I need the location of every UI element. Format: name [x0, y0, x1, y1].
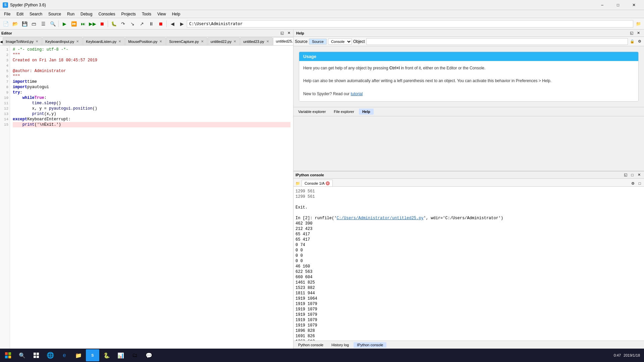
tab-file-explorer[interactable]: File explorer [330, 109, 358, 115]
taskbar-spyder[interactable]: S [86, 349, 99, 361]
console-select[interactable]: Console [328, 39, 352, 45]
browse-path-button[interactable]: 📁 [634, 19, 643, 28]
open-file-button[interactable]: 📂 [11, 19, 19, 28]
usage-content: Here you can get help of any object by p… [299, 61, 638, 101]
save-file-button[interactable]: 💾 [20, 19, 29, 28]
toolbar: 📄 📂 💾 🗃 ☰ 🔍 ▶ ⏩ ⏭ ▶▶ ⏹ 🐛 ↷ ↘ ↗ ⏸ ⏹ ◀ ▶ 📁 [0, 18, 644, 29]
tab-imagetoword-close[interactable]: ✕ [35, 40, 39, 44]
tab-history-log[interactable]: History log [328, 342, 352, 348]
help-header-controls: ◱ ✕ [629, 30, 641, 36]
console-options-button[interactable]: ⚙ [630, 180, 636, 186]
help-options-button[interactable]: ⚙ [637, 39, 643, 45]
tab-untitled23-close[interactable]: ✕ [266, 40, 270, 44]
help-header: Help ◱ ✕ [293, 29, 644, 37]
line-numbers: 1 2 3 4 5 6 7 8 9 10 11 12 13 14 15 [0, 46, 10, 349]
code-content[interactable]: # -*- coding: utf-8 -*- """ Created on F… [10, 46, 293, 349]
step-into-button[interactable]: ↘ [128, 19, 137, 28]
menu-projects[interactable]: Projects [119, 11, 139, 17]
tab-keyboardinput[interactable]: KeyboardInput.py ✕ [42, 37, 83, 45]
tab-untitled22-close[interactable]: ✕ [233, 40, 237, 44]
tab-keyboardlisten-close[interactable]: ✕ [118, 40, 122, 44]
menu-tools[interactable]: Tools [139, 11, 154, 17]
save-all-button[interactable]: 🗃 [30, 19, 38, 28]
menu-help[interactable]: Help [169, 11, 183, 17]
taskbar-app4[interactable]: 💬 [142, 349, 156, 361]
menu-file[interactable]: File [1, 11, 13, 17]
run-button[interactable]: ▶ [60, 19, 69, 28]
forward-button[interactable]: ▶ [177, 19, 186, 28]
stop-button[interactable]: ⏹ [98, 19, 106, 28]
console-close-header-button[interactable]: ✕ [636, 172, 642, 178]
browse-tabs-button[interactable]: ☰ [39, 19, 48, 28]
tab-screencapture-close[interactable]: ✕ [200, 40, 204, 44]
tab-python-console[interactable]: Python console [295, 342, 327, 348]
help-undock-button[interactable]: ◱ [629, 30, 635, 36]
maximize-button[interactable]: □ [610, 0, 626, 10]
svg-rect-1 [8, 352, 11, 355]
console-browse-button[interactable]: 📁 [295, 180, 301, 186]
help-lock-button[interactable]: 🔒 [629, 39, 635, 45]
console-tab-close[interactable]: ✕ [326, 181, 330, 185]
menu-search[interactable]: Search [27, 11, 45, 17]
editor-header-controls: ◱ ✕ [279, 30, 292, 36]
taskbar-task-view[interactable] [30, 349, 43, 361]
console-output[interactable]: 1299 561 1299 561 Exit. In [2]: runfile(… [293, 187, 644, 341]
menu-source[interactable]: Source [46, 11, 64, 17]
tab-keyboardlisten[interactable]: KeyboardListen.py ✕ [83, 37, 125, 45]
object-input[interactable] [366, 38, 628, 45]
source-button[interactable]: Source [309, 39, 327, 45]
tab-untitled23[interactable]: untitled23.py ✕ [240, 37, 272, 45]
menu-debug[interactable]: Debug [78, 11, 95, 17]
back-button[interactable]: ◀ [168, 19, 177, 28]
run-selection-button[interactable]: ▶▶ [88, 19, 97, 28]
taskbar-search[interactable]: 🔍 [15, 349, 29, 361]
usage-tutorial-link[interactable]: New to Spyder? Read our tutorial [303, 91, 634, 97]
editor-close-button[interactable]: ✕ [286, 30, 292, 36]
run-cell-button[interactable]: ⏩ [69, 19, 78, 28]
taskbar-folder[interactable]: 📁 [72, 349, 85, 361]
tab-help[interactable]: Help [359, 109, 374, 115]
taskbar-ie[interactable]: e [58, 349, 71, 361]
panel-tabs-bar: Variable explorer File explorer Help [293, 107, 644, 116]
tab-ipython-console[interactable]: IPython console [354, 342, 386, 348]
tab-imagetoword[interactable]: ImageToWord.py ✕ [3, 37, 42, 45]
code-line-6: """ [13, 74, 290, 79]
taskbar-edge[interactable]: 🌐 [44, 349, 57, 361]
run-cell-next-button[interactable]: ⏭ [79, 19, 88, 28]
console-line-11: 0 74 [296, 242, 642, 248]
menu-run[interactable]: Run [64, 11, 77, 17]
tab-prev-button[interactable]: ◀ [0, 38, 3, 45]
tab-screencapture[interactable]: ScreenCapture.py ✕ [166, 37, 207, 45]
tab-keyboardinput-close[interactable]: ✕ [75, 40, 79, 44]
menu-consoles[interactable]: Consoles [96, 11, 118, 17]
close-button[interactable]: ✕ [626, 0, 641, 10]
tab-untitled25[interactable]: untitled25.py ✕ [273, 37, 293, 45]
titlebar-controls: – □ ✕ [595, 0, 641, 10]
help-close-button[interactable]: ✕ [635, 30, 641, 36]
taskbar-app1[interactable]: 🐍 [100, 349, 113, 361]
editor-tab-bar: ◀ ImageToWord.py ✕ KeyboardInput.py ✕ Ke… [0, 37, 293, 46]
console-maximize2-button[interactable]: □ [637, 180, 643, 186]
tab-mouseposition-close[interactable]: ✕ [159, 40, 163, 44]
tab-mouseposition[interactable]: MousePosition.py ✕ [125, 37, 166, 45]
console-maximize-button[interactable]: □ [629, 172, 635, 178]
console-tab-1[interactable]: Console 1/A ✕ [302, 180, 333, 186]
step-button[interactable]: ↷ [119, 19, 127, 28]
debug-button[interactable]: 🐛 [109, 19, 118, 28]
new-file-button[interactable]: 📄 [1, 19, 10, 28]
minimize-button[interactable]: – [595, 0, 610, 10]
editor-undock-button[interactable]: ◱ [279, 30, 285, 36]
tab-variable-explorer[interactable]: Variable explorer [295, 109, 329, 115]
menu-edit[interactable]: Edit [14, 11, 26, 17]
taskbar-app3[interactable]: 🗂 [128, 349, 142, 361]
console-undock-button[interactable]: ◱ [623, 172, 629, 178]
taskbar-app2[interactable]: 📊 [114, 349, 127, 361]
find-button[interactable]: 🔍 [48, 19, 57, 28]
tab-untitled22[interactable]: untitled22.py ✕ [208, 37, 240, 45]
menu-view[interactable]: View [155, 11, 169, 17]
stop-debug-button[interactable]: ⏹ [156, 19, 165, 28]
continue-button[interactable]: ⏸ [147, 19, 156, 28]
step-out-button[interactable]: ↗ [138, 19, 146, 28]
path-input[interactable] [187, 20, 633, 27]
start-button[interactable] [1, 349, 15, 361]
